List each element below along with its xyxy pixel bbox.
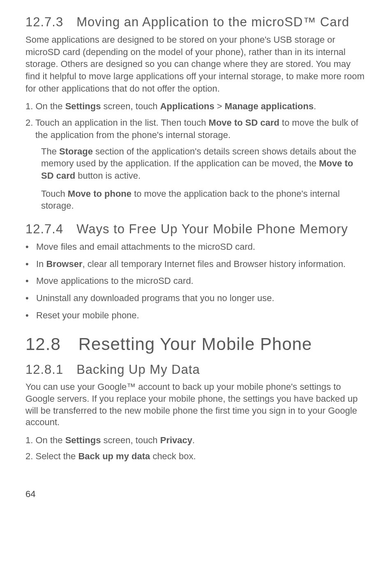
bold-move-to-phone: Move to phone <box>68 189 131 199</box>
bold-settings: Settings <box>65 101 101 111</box>
ordered-step-1: 1. On the Settings screen, touch Applica… <box>25 100 367 113</box>
ordered-step-2: 2. Touch an application in the list. The… <box>25 117 367 141</box>
text: screen, touch <box>101 101 160 111</box>
text: screen, touch <box>101 435 160 445</box>
bold-manage-applications: Manage applications <box>225 101 314 111</box>
heading-12-7-3: 12.7.3 Moving an Application to the micr… <box>25 15 367 30</box>
text: Move files and email attachments to the … <box>36 241 367 253</box>
bullet-icon: • <box>25 241 36 253</box>
heading-12-8-1: 12.8.1 Backing Up My Data <box>25 362 367 377</box>
text: 2. Select the <box>25 451 78 461</box>
sub-paragraph: The Storage section of the application's… <box>41 145 367 182</box>
text: check box. <box>150 451 196 461</box>
text: . <box>192 435 195 445</box>
bold-move-to-sd: Move to SD card <box>209 117 279 128</box>
sub-paragraph: Touch Move to phone to move the applicat… <box>41 188 367 212</box>
ordered-step-1: 1. On the Settings screen, touch Privacy… <box>25 434 367 447</box>
text: The <box>41 146 59 157</box>
text: Move applications to the microSD card. <box>36 275 367 287</box>
text: > <box>214 101 225 111</box>
heading-12-8: 12.8 Resetting Your Mobile Phone <box>25 334 367 354</box>
bullet-item: • Move files and email attachments to th… <box>25 241 367 253</box>
text: In <box>36 259 46 269</box>
bold-storage: Storage <box>59 146 93 157</box>
bullet-item: • Uninstall any downloaded programs that… <box>25 292 367 304</box>
text: 2. Touch an application in the list. The… <box>25 117 209 128</box>
bullet-icon: • <box>25 258 36 270</box>
text: In Browser, clear all temporary Internet… <box>36 258 367 270</box>
bold-settings: Settings <box>65 435 101 445</box>
text: Reset your mobile phone. <box>36 309 367 322</box>
document-page: 12.7.3 Moving an Application to the micr… <box>0 0 392 587</box>
text: , clear all temporary Internet files and… <box>83 259 346 269</box>
bullet-item: • Move applications to the microSD card. <box>25 275 367 287</box>
bullet-icon: • <box>25 309 36 322</box>
page-number: 64 <box>25 489 367 500</box>
bullet-item: • Reset your mobile phone. <box>25 309 367 322</box>
bullet-icon: • <box>25 292 36 304</box>
bold-applications: Applications <box>160 101 214 111</box>
text: 1. On the <box>25 435 65 445</box>
bullet-item: • In Browser, clear all temporary Intern… <box>25 258 367 270</box>
paragraph: Some applications are designed to be sto… <box>25 34 367 94</box>
paragraph: You can use your Google™ account to back… <box>25 381 367 428</box>
bold-back-up-my-data: Back up my data <box>78 451 150 461</box>
ordered-step-2: 2. Select the Back up my data check box. <box>25 450 367 463</box>
text: Touch <box>41 189 68 199</box>
text: . <box>314 101 316 111</box>
bold-privacy: Privacy <box>160 435 192 445</box>
text: 1. On the <box>25 101 65 111</box>
text: Uninstall any downloaded programs that y… <box>36 292 367 304</box>
bullet-icon: • <box>25 275 36 287</box>
bold-browser: Browser <box>46 259 82 269</box>
text: button is active. <box>75 170 141 181</box>
heading-12-7-4: 12.7.4 Ways to Free Up Your Mobile Phone… <box>25 222 367 237</box>
